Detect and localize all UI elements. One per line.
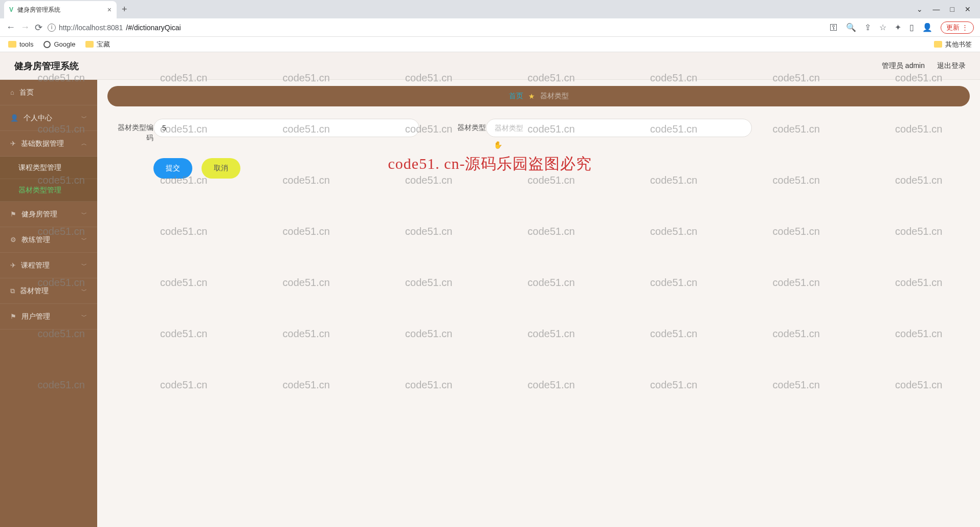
sidebar-item-course-type[interactable]: 课程类型管理 <box>0 157 97 179</box>
close-window-icon[interactable]: ✕ <box>965 5 971 13</box>
bookmark-treasure[interactable]: 宝藏 <box>85 40 110 49</box>
profile-avatar-icon[interactable]: 👤 <box>922 23 932 32</box>
tab-close-icon[interactable]: × <box>107 6 112 14</box>
bookmark-star-icon[interactable]: ☆ <box>879 23 886 32</box>
sidebar-item-course[interactable]: ✈课程管理﹀ <box>0 253 97 278</box>
chevron-down-icon: ﹀ <box>81 210 87 218</box>
site-info-icon[interactable]: i <box>48 24 56 32</box>
bookmark-other[interactable]: 其他书签 <box>934 40 972 49</box>
browser-chrome: V 健身房管理系统 × + ⌄ — □ ✕ ← → ⟳ i http://loc… <box>0 0 980 52</box>
breadcrumb-home[interactable]: 首页 <box>509 92 523 101</box>
chevron-down-icon: ﹀ <box>81 287 87 295</box>
header-right: 管理员 admin 退出登录 <box>882 61 966 71</box>
code-input[interactable] <box>153 119 419 137</box>
form-row: 器材类型编码 器材类型 <box>107 119 970 143</box>
new-tab-button[interactable]: + <box>122 4 127 15</box>
bookmark-tools[interactable]: tools <box>8 40 33 48</box>
send-icon: ✈ <box>10 261 16 269</box>
google-icon <box>43 41 51 48</box>
zoom-icon[interactable]: 🔍 <box>846 23 856 32</box>
sidebar-item-basic-data[interactable]: ✈基础数据管理︿ <box>0 131 97 157</box>
folder-icon <box>85 41 94 48</box>
tab-title: 健身房管理系统 <box>17 6 60 14</box>
toolbar-right: ⚿ 🔍 ⇪ ☆ ✦ ▯ 👤 更新 ⋮ <box>830 21 974 34</box>
bookmark-bar: tools Google 宝藏 其他书签 <box>0 37 980 52</box>
share-icon[interactable]: ⇪ <box>864 23 871 32</box>
window-controls: ⌄ — □ ✕ <box>917 5 980 13</box>
address-bar: ← → ⟳ i http://localhost:8081/#/dictiona… <box>0 18 980 37</box>
star-icon: ★ <box>528 92 535 100</box>
update-label: 更新 <box>946 23 960 32</box>
sidebar-item-gym[interactable]: ⚑健身房管理﹀ <box>0 202 97 227</box>
folder-icon <box>934 41 942 48</box>
code-label: 器材类型编码 <box>118 119 153 143</box>
update-button[interactable]: 更新 ⋮ <box>941 21 974 34</box>
main-content: 首页 ★ 器材类型 器材类型编码 器材类型 提交 取消 <box>97 80 980 527</box>
chevron-down-icon: ﹀ <box>81 236 87 244</box>
flag-icon: ⚑ <box>10 210 16 218</box>
field-type: 器材类型 <box>450 119 752 143</box>
chevron-down-icon: ﹀ <box>81 261 87 269</box>
sidebar: ⌂首页 👤个人中心﹀ ✈基础数据管理︿ 课程类型管理 器材类型管理 ⚑健身房管理… <box>0 80 97 527</box>
url-path: /#/dictionaryQicai <box>126 24 181 32</box>
admin-label[interactable]: 管理员 admin <box>882 61 925 71</box>
bookmark-google[interactable]: Google <box>43 40 75 48</box>
forward-button: → <box>20 22 30 33</box>
url-field[interactable]: i http://localhost:8081/#/dictionaryQica… <box>48 24 825 32</box>
breadcrumb-current: 器材类型 <box>540 92 569 101</box>
gear-icon: ⚙ <box>10 236 16 244</box>
tab-bar: V 健身房管理系统 × + ⌄ — □ ✕ <box>0 0 980 18</box>
extensions-icon[interactable]: ✦ <box>895 23 901 32</box>
password-key-icon[interactable]: ⚿ <box>830 23 838 32</box>
button-row: 提交 取消 <box>107 158 970 179</box>
vue-favicon-icon: V <box>9 6 13 13</box>
sidebar-item-coach[interactable]: ⚙教练管理﹀ <box>0 227 97 253</box>
app-header: 健身房管理系统 管理员 admin 退出登录 <box>0 52 980 80</box>
send-icon: ✈ <box>10 140 16 147</box>
panel-icon[interactable]: ▯ <box>909 23 914 32</box>
sidebar-item-user[interactable]: ⚑用户管理﹀ <box>0 304 97 330</box>
back-button[interactable]: ← <box>6 22 15 33</box>
copy-icon: ⧉ <box>10 287 15 295</box>
breadcrumb: 首页 ★ 器材类型 <box>107 86 970 106</box>
field-code: 器材类型编码 <box>118 119 419 143</box>
minimize-icon[interactable]: — <box>933 5 940 13</box>
user-icon: 👤 <box>10 114 18 122</box>
tabs-dropdown-icon[interactable]: ⌄ <box>917 5 923 13</box>
type-input[interactable] <box>486 119 752 137</box>
sidebar-item-home[interactable]: ⌂首页 <box>0 80 97 105</box>
reload-button[interactable]: ⟳ <box>35 22 42 33</box>
submit-button[interactable]: 提交 <box>153 158 192 179</box>
home-icon: ⌂ <box>10 89 14 96</box>
type-label: 器材类型 <box>450 119 486 133</box>
browser-tab[interactable]: V 健身房管理系统 × <box>4 1 117 18</box>
flag-icon: ⚑ <box>10 313 16 320</box>
sidebar-item-equip-type[interactable]: 器材类型管理 <box>0 179 97 202</box>
app-title: 健身房管理系统 <box>14 60 79 72</box>
sidebar-item-personal[interactable]: 👤个人中心﹀ <box>0 105 97 131</box>
chevron-up-icon: ︿ <box>81 140 87 147</box>
chevron-down-icon: ﹀ <box>81 114 87 122</box>
url-host: http://localhost:8081 <box>59 24 123 32</box>
menu-dots-icon: ⋮ <box>962 24 968 31</box>
maximize-icon[interactable]: □ <box>950 5 954 13</box>
cancel-button[interactable]: 取消 <box>202 158 240 179</box>
app-body: ⌂首页 👤个人中心﹀ ✈基础数据管理︿ 课程类型管理 器材类型管理 ⚑健身房管理… <box>0 80 980 527</box>
chevron-down-icon: ﹀ <box>81 313 87 320</box>
folder-icon <box>8 41 16 48</box>
sidebar-item-equipment[interactable]: ⧉器材管理﹀ <box>0 278 97 304</box>
logout-link[interactable]: 退出登录 <box>937 61 966 71</box>
